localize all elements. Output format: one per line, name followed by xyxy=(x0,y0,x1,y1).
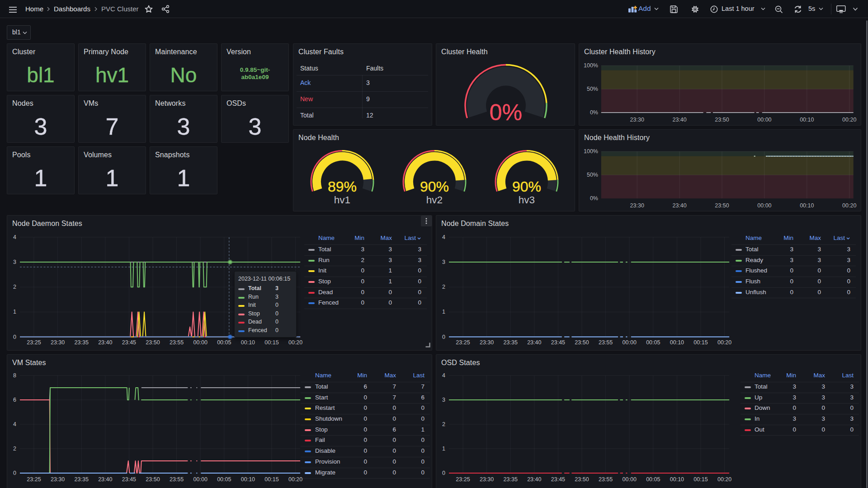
svg-text:100%: 100% xyxy=(584,148,598,155)
svg-text:23:40: 23:40 xyxy=(527,476,541,483)
svg-text:100%: 100% xyxy=(584,62,598,69)
svg-text:00:20: 00:20 xyxy=(717,339,731,346)
svg-text:23:25: 23:25 xyxy=(27,339,41,346)
svg-text:00:05: 00:05 xyxy=(217,476,231,483)
svg-text:23:50: 23:50 xyxy=(146,339,160,346)
svg-text:23:30: 23:30 xyxy=(51,476,65,483)
svg-text:1: 1 xyxy=(442,446,445,452)
svg-text:00:20: 00:20 xyxy=(842,117,856,123)
svg-text:50%: 50% xyxy=(587,172,598,178)
svg-text:23:55: 23:55 xyxy=(170,339,184,346)
svg-text:23:50: 23:50 xyxy=(575,339,589,346)
svg-text:23:45: 23:45 xyxy=(551,339,565,346)
svg-text:4: 4 xyxy=(442,372,445,379)
svg-text:hv2: hv2 xyxy=(426,194,443,206)
svg-text:00:00: 00:00 xyxy=(193,476,208,483)
svg-text:23:45: 23:45 xyxy=(122,476,136,483)
svg-text:23:50: 23:50 xyxy=(715,117,729,123)
svg-text:23:30: 23:30 xyxy=(630,202,644,209)
svg-text:23:55: 23:55 xyxy=(599,476,613,483)
svg-text:00:00: 00:00 xyxy=(623,339,637,346)
svg-text:23:35: 23:35 xyxy=(75,339,89,346)
svg-text:4: 4 xyxy=(13,234,16,240)
svg-text:00:15: 00:15 xyxy=(264,339,278,346)
svg-text:00:05: 00:05 xyxy=(646,339,660,346)
svg-text:23:55: 23:55 xyxy=(599,339,613,346)
svg-text:hv3: hv3 xyxy=(519,194,535,206)
svg-text:23:25: 23:25 xyxy=(456,339,470,346)
svg-text:1: 1 xyxy=(442,309,445,315)
svg-text:23:50: 23:50 xyxy=(715,202,729,209)
svg-text:00:10: 00:10 xyxy=(241,476,255,483)
svg-text:00:00: 00:00 xyxy=(193,339,208,346)
svg-text:50%: 50% xyxy=(587,86,598,92)
svg-text:0%: 0% xyxy=(590,109,598,116)
svg-text:2: 2 xyxy=(442,421,445,427)
svg-text:00:15: 00:15 xyxy=(264,476,278,483)
svg-text:3: 3 xyxy=(442,397,445,403)
svg-text:23:25: 23:25 xyxy=(456,476,470,483)
svg-text:00:10: 00:10 xyxy=(670,339,684,346)
svg-text:23:40: 23:40 xyxy=(672,117,686,123)
svg-text:00:10: 00:10 xyxy=(670,476,684,483)
svg-text:00:10: 00:10 xyxy=(800,202,814,209)
svg-text:23:40: 23:40 xyxy=(98,476,112,483)
svg-text:0%: 0% xyxy=(590,195,598,202)
svg-text:1: 1 xyxy=(13,309,16,315)
svg-text:00:00: 00:00 xyxy=(623,476,637,483)
svg-text:23:30: 23:30 xyxy=(51,339,65,346)
svg-text:8: 8 xyxy=(13,372,16,379)
svg-text:23:40: 23:40 xyxy=(98,339,112,346)
svg-text:00:10: 00:10 xyxy=(800,117,814,123)
svg-text:23:40: 23:40 xyxy=(672,202,686,209)
svg-text:23:40: 23:40 xyxy=(527,339,541,346)
svg-text:00:00: 00:00 xyxy=(757,117,771,123)
svg-text:23:55: 23:55 xyxy=(170,476,184,483)
svg-text:00:05: 00:05 xyxy=(646,476,660,483)
svg-text:2: 2 xyxy=(13,446,16,452)
svg-text:23:35: 23:35 xyxy=(75,476,89,483)
svg-text:00:20: 00:20 xyxy=(717,476,731,483)
svg-text:6: 6 xyxy=(13,397,16,403)
svg-text:23:25: 23:25 xyxy=(27,476,41,483)
svg-text:hv1: hv1 xyxy=(334,194,350,206)
svg-text:00:10: 00:10 xyxy=(241,339,255,346)
svg-text:2: 2 xyxy=(13,284,16,290)
svg-text:0: 0 xyxy=(13,334,16,340)
svg-text:23:45: 23:45 xyxy=(122,339,136,346)
svg-text:00:05: 00:05 xyxy=(217,339,231,346)
svg-text:23:30: 23:30 xyxy=(630,117,644,123)
svg-text:3: 3 xyxy=(442,259,445,265)
svg-text:23:50: 23:50 xyxy=(575,476,589,483)
svg-text:89%: 89% xyxy=(328,178,357,195)
svg-text:4: 4 xyxy=(442,234,445,240)
svg-text:0: 0 xyxy=(442,470,445,476)
svg-text:0%: 0% xyxy=(490,100,522,125)
svg-text:23:45: 23:45 xyxy=(551,476,565,483)
svg-text:3: 3 xyxy=(13,259,16,265)
svg-text:4: 4 xyxy=(13,421,16,427)
svg-text:23:30: 23:30 xyxy=(480,339,494,346)
svg-text:23:35: 23:35 xyxy=(504,339,518,346)
svg-text:0: 0 xyxy=(442,334,445,340)
svg-text:90%: 90% xyxy=(512,178,541,195)
svg-text:90%: 90% xyxy=(420,178,449,195)
svg-text:00:00: 00:00 xyxy=(757,202,771,209)
svg-text:00:15: 00:15 xyxy=(693,476,708,483)
svg-text:0: 0 xyxy=(13,470,16,476)
svg-text:23:35: 23:35 xyxy=(504,476,518,483)
svg-text:00:15: 00:15 xyxy=(693,339,708,346)
svg-text:23:30: 23:30 xyxy=(480,476,494,483)
svg-text:00:20: 00:20 xyxy=(288,339,302,346)
svg-text:00:20: 00:20 xyxy=(842,202,856,209)
svg-text:2: 2 xyxy=(442,284,445,290)
svg-text:23:50: 23:50 xyxy=(146,476,160,483)
